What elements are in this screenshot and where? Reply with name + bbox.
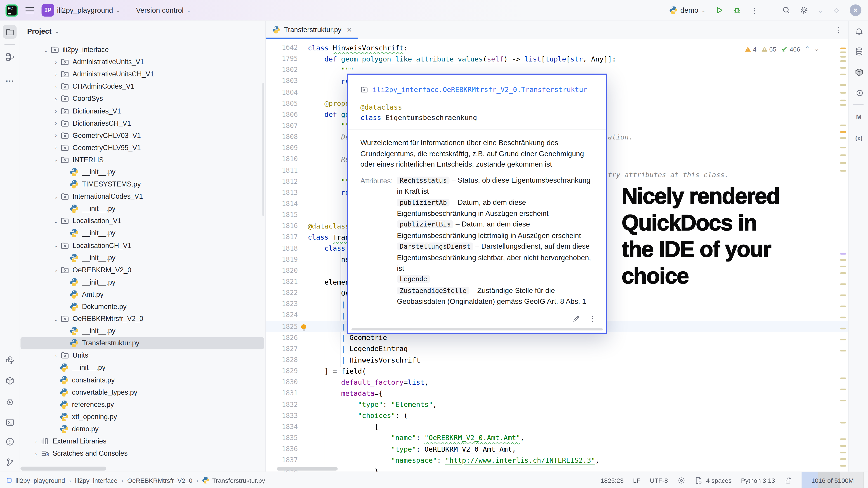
- code-line-1835[interactable]: 1835 "name": "OeREBKRM_V2_0.Amt.Amt",: [266, 432, 848, 443]
- tree-item-transferstruktur-py[interactable]: Transferstruktur.py: [21, 337, 264, 349]
- breadcrumb-transferstruktur-py[interactable]: Transferstruktur.py: [202, 477, 265, 484]
- notifications-tool-button[interactable]: [852, 25, 866, 39]
- hamburger-menu-icon[interactable]: [26, 7, 34, 13]
- ci-checks-tool-button[interactable]: [852, 86, 866, 100]
- line-number[interactable]: 1819: [266, 256, 308, 263]
- popup-options-kebab-icon[interactable]: ⋮: [589, 314, 596, 323]
- inspections-widget[interactable]: 4 65 466 ⌃ ⌄: [743, 44, 822, 54]
- chevron-down-icon[interactable]: ⌄: [52, 193, 60, 200]
- chevron-right-icon[interactable]: ›: [52, 353, 60, 359]
- chevron-right-icon[interactable]: ›: [52, 83, 60, 90]
- line-number[interactable]: 1831: [266, 390, 308, 397]
- project-tool-button[interactable]: [3, 25, 17, 39]
- chevron-right-icon[interactable]: ›: [52, 71, 60, 77]
- tree-item-localisation-v1[interactable]: ⌄Localisation_V1: [21, 215, 264, 227]
- code-line-1831[interactable]: 1831 metadata={: [266, 388, 848, 399]
- structure-tool-button[interactable]: [3, 50, 17, 63]
- line-number[interactable]: 1816: [266, 222, 308, 230]
- chevron-down-icon[interactable]: ⌄: [52, 267, 60, 273]
- line-number[interactable]: 1818: [266, 244, 308, 252]
- python-packages-tool-button[interactable]: [3, 353, 17, 367]
- diamond-icon[interactable]: [833, 6, 840, 14]
- problems-tool-button[interactable]: [3, 434, 17, 448]
- tree-item-oerebkrmtrsfr-v2-0[interactable]: ⌄OeREBKRMtrsfr_V2_0: [21, 313, 264, 325]
- settings-gear-icon[interactable]: [800, 6, 808, 14]
- breadcrumb-ili2py-interface[interactable]: ili2py_interface: [75, 477, 117, 484]
- line-number[interactable]: 1817: [266, 233, 308, 241]
- line-number[interactable]: 1829: [266, 367, 308, 375]
- debug-button[interactable]: [733, 6, 741, 14]
- file-encoding[interactable]: UTF-8: [650, 477, 668, 484]
- file-settings-icon[interactable]: [694, 476, 702, 484]
- tree-item-convertable-types-py[interactable]: convertable_types.py: [21, 386, 264, 398]
- tab-transferstruktur[interactable]: Transferstruktur.py ✕: [266, 21, 358, 39]
- line-number[interactable]: 1830: [266, 378, 308, 386]
- line-number[interactable]: 1807: [266, 122, 308, 129]
- line-number[interactable]: 1805: [266, 99, 308, 107]
- line-number[interactable]: 1803: [266, 77, 308, 85]
- hide-toolbar-chevron-icon[interactable]: ⌄: [817, 6, 823, 14]
- more-actions-icon[interactable]: ⋮: [751, 6, 758, 15]
- tree-item-references-py[interactable]: references.py: [21, 398, 264, 411]
- chevron-down-icon[interactable]: ⌄: [52, 316, 60, 322]
- uml-tool-button[interactable]: [852, 65, 866, 79]
- tree-item--init-py[interactable]: __init__.py: [21, 166, 264, 178]
- line-number[interactable]: 1826: [266, 334, 308, 341]
- popup-horizontal-scrollbar[interactable]: [351, 328, 603, 331]
- editor-horizontal-scrollbar[interactable]: [277, 467, 338, 470]
- intention-bulb-icon[interactable]: [301, 324, 306, 329]
- tree-item-internationalcodes-v1[interactable]: ⌄InternationalCodes_V1: [21, 190, 264, 203]
- dependencies-tool-button[interactable]: [3, 374, 17, 388]
- tree-item-dictionaries-v1[interactable]: ›Dictionaries_V1: [21, 105, 264, 117]
- line-number[interactable]: 1827: [266, 345, 308, 353]
- tree-item--init-py[interactable]: __init__.py: [21, 203, 264, 215]
- next-problem-chevron-icon[interactable]: ⌄: [814, 45, 819, 53]
- line-number[interactable]: 1833: [266, 411, 308, 419]
- line-number[interactable]: 1837: [266, 456, 308, 464]
- line-number[interactable]: 1832: [266, 400, 308, 408]
- prev-problem-chevron-icon[interactable]: ⌃: [805, 45, 810, 53]
- tree-item-dokumente-py[interactable]: Dokumente.py: [21, 301, 264, 313]
- caret-position[interactable]: 1825:23: [600, 477, 624, 484]
- tree-item-geometrychlv95-v1[interactable]: ›GeometryCHLV95_V1: [21, 142, 264, 154]
- line-number[interactable]: 1828: [266, 356, 308, 364]
- run-button[interactable]: [715, 6, 723, 14]
- line-number[interactable]: 1795: [266, 55, 308, 63]
- chevron-right-icon[interactable]: ›: [52, 108, 60, 114]
- line-number[interactable]: 1815: [266, 211, 308, 219]
- tree-item--init-py[interactable]: __init__.py: [21, 325, 264, 337]
- tree-item-constraints-py[interactable]: constraints.py: [21, 374, 264, 386]
- more-tools-button[interactable]: …: [3, 72, 17, 86]
- version-control-menu[interactable]: Version control ⌄: [136, 6, 191, 14]
- line-number[interactable]: 1835: [266, 434, 308, 442]
- documentation-tool-button[interactable]: M: [852, 110, 866, 123]
- code-line-1833[interactable]: 1833 "choices": (: [266, 410, 848, 421]
- line-number[interactable]: 1812: [266, 178, 308, 185]
- line-number[interactable]: 1810: [266, 155, 308, 163]
- code-line-1829[interactable]: 1829 ] = field(: [266, 365, 848, 376]
- code-line-1830[interactable]: 1830 default_factory=list,: [266, 376, 848, 388]
- tree-item-chadmincodes-v1[interactable]: ›CHAdminCodes_V1: [21, 81, 264, 93]
- chevron-down-icon[interactable]: ⌄: [55, 28, 60, 34]
- tree-item-administrativeunits-v1[interactable]: ›AdministrativeUnits_V1: [21, 56, 264, 68]
- line-number[interactable]: 1821: [266, 278, 308, 285]
- qualified-name-link[interactable]: ili2py_interface.OeREBKRMtrsfr_V2_0.Tran…: [373, 85, 587, 94]
- line-number[interactable]: 1804: [266, 88, 308, 96]
- line-number[interactable]: 1820: [266, 267, 308, 274]
- line-number[interactable]: 1813: [266, 189, 308, 196]
- line-number[interactable]: 1806: [266, 111, 308, 118]
- tree-item-localisationch-v1[interactable]: ⌄LocalisationCH_V1: [21, 239, 264, 251]
- chevron-right-icon[interactable]: ›: [52, 120, 60, 126]
- line-number[interactable]: 1822: [266, 289, 308, 297]
- tree-item--init-py[interactable]: __init__.py: [21, 227, 264, 239]
- line-number[interactable]: 1823: [266, 300, 308, 308]
- tree-item-external-libraries[interactable]: ›External Libraries: [21, 435, 264, 447]
- tree-item-scratches-and-consoles[interactable]: ›Scratches and Consoles: [21, 447, 264, 459]
- tree-item-units[interactable]: ›Units: [21, 349, 264, 362]
- user-avatar[interactable]: ✕: [850, 4, 861, 16]
- code-line-1838[interactable]: 1838 }: [266, 466, 848, 471]
- code-line-1832[interactable]: 1832 "type": "Elements",: [266, 399, 848, 410]
- line-number[interactable]: 1834: [266, 423, 308, 431]
- tree-item-demo-py[interactable]: demo.py: [21, 423, 264, 435]
- line-number[interactable]: 1811: [266, 166, 308, 174]
